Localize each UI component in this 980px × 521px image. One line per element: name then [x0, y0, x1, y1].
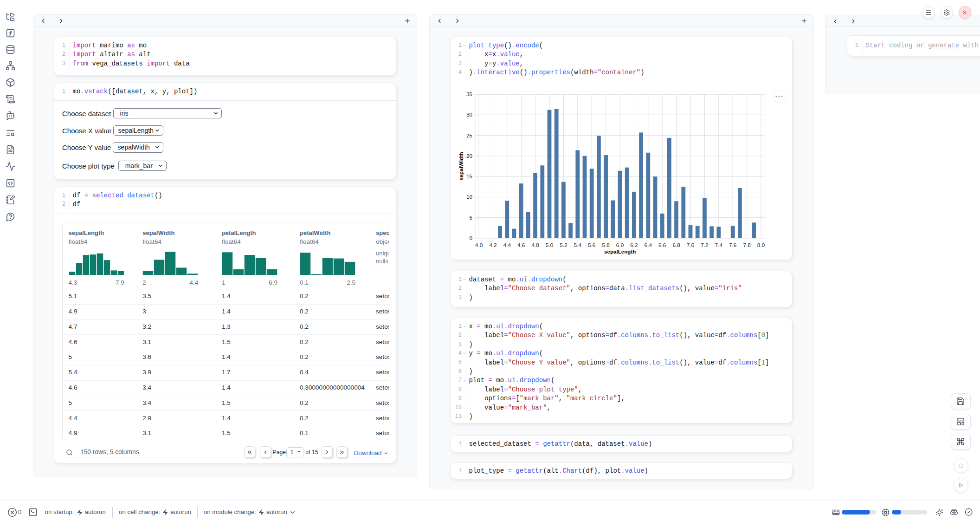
- svg-text:6.4: 6.4: [645, 241, 652, 248]
- svg-text:25: 25: [466, 132, 473, 138]
- svg-text:7.2: 7.2: [701, 241, 708, 248]
- svg-text:6.2: 6.2: [630, 241, 638, 248]
- svg-text:7.4: 7.4: [715, 241, 723, 248]
- svg-text:6.0: 6.0: [616, 241, 624, 248]
- svg-text:4.4: 4.4: [503, 241, 511, 248]
- svg-text:10: 10: [466, 194, 473, 200]
- svg-text:5.8: 5.8: [602, 241, 610, 248]
- svg-text:7.6: 7.6: [729, 241, 737, 248]
- svg-text:5.0: 5.0: [546, 241, 554, 248]
- svg-text:7.8: 7.8: [743, 241, 751, 248]
- svg-text:4.6: 4.6: [517, 241, 525, 248]
- svg-text:4.2: 4.2: [489, 241, 496, 248]
- svg-text:15: 15: [466, 173, 473, 180]
- svg-text:4.0: 4.0: [475, 241, 483, 248]
- svg-text:5.4: 5.4: [574, 241, 582, 248]
- svg-text:5: 5: [469, 214, 472, 221]
- svg-text:7.0: 7.0: [687, 241, 695, 248]
- svg-text:4.8: 4.8: [531, 241, 539, 248]
- svg-text:6.8: 6.8: [672, 241, 680, 248]
- svg-text:5.6: 5.6: [588, 241, 596, 248]
- svg-text:20: 20: [466, 152, 473, 159]
- svg-text:0: 0: [469, 235, 472, 241]
- svg-text:8.0: 8.0: [757, 241, 765, 248]
- svg-text:6.6: 6.6: [658, 241, 666, 248]
- svg-text:sepalLength: sepalLength: [604, 248, 636, 254]
- svg-text:5.2: 5.2: [560, 241, 567, 248]
- svg-text:sepalWidth: sepalWidth: [458, 152, 464, 181]
- svg-text:30: 30: [466, 111, 473, 118]
- svg-text:35: 35: [466, 91, 473, 98]
